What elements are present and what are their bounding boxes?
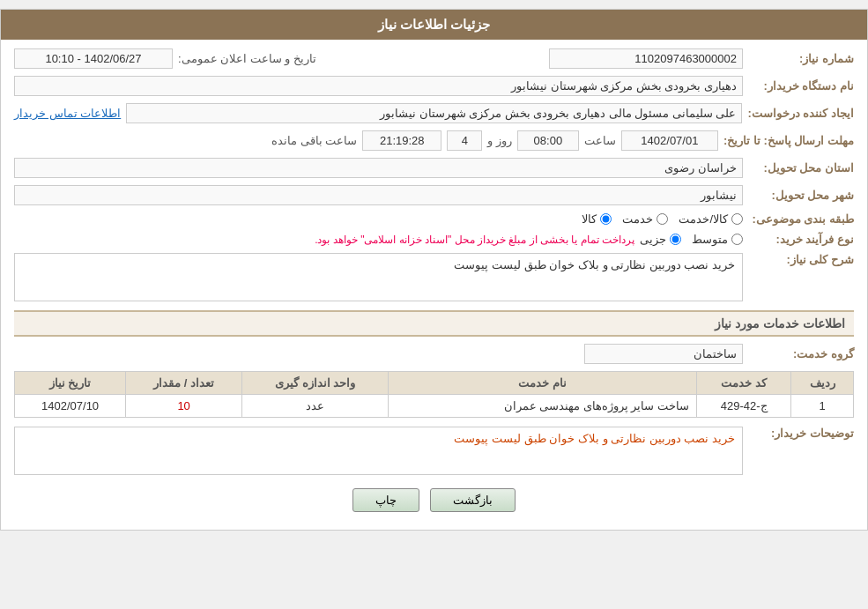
purchase-note: پرداخت تمام یا بخشی از مبلغ خریداز محل "… <box>315 234 634 246</box>
deadline-days: 4 <box>447 130 482 151</box>
cell-quantity: 10 <box>126 395 242 418</box>
announce-datetime-value: 1402/06/27 - 10:10 <box>14 48 173 69</box>
deadline-time-label: ساعت <box>584 134 616 147</box>
category-label: طبقه بندی موضوعی: <box>748 212 854 226</box>
service-group-label: گروه خدمت: <box>748 347 854 360</box>
service-info-header: اطلاعات خدمات مورد نیاز <box>14 310 854 337</box>
col-header-date: تاریخ نیاز <box>15 372 126 395</box>
page-title: جزئیات اطلاعات نیاز <box>1 10 867 40</box>
category-option-kala-khadamat[interactable]: کالا/خدمت <box>679 212 743 226</box>
deadline-label: مهلت ارسال پاسخ: تا تاریخ: <box>723 134 854 147</box>
city-label: شهر محل تحویل: <box>748 189 854 202</box>
back-button[interactable]: بازگشت <box>430 488 516 512</box>
deadline-remaining-label: ساعت باقی مانده <box>271 134 357 147</box>
category-radio-group: کالا/خدمت خدمت کالا <box>582 212 743 226</box>
city-value: نیشابور <box>14 185 743 205</box>
need-number-label: شماره نیاز: <box>748 52 854 65</box>
province-value: خراسان رضوی <box>14 158 743 178</box>
print-button[interactable]: چاپ <box>352 488 419 512</box>
col-header-unit: واحد اندازه گیری <box>242 372 389 395</box>
general-desc-value: خرید نصب دوربین نظارتی و بلاک خوان طبق ل… <box>14 253 743 301</box>
col-header-code: کد خدمت <box>696 372 790 395</box>
creator-value: علی سلیمانی مسئول مالی دهیاری بخرودی بخش… <box>126 103 742 123</box>
cell-unit: عدد <box>242 395 389 418</box>
need-number-value: 1102097463000002 <box>549 48 743 69</box>
cell-name: ساخت سایر پروژه‌های مهندسی عمران <box>389 395 697 418</box>
province-label: استان محل تحویل: <box>748 161 854 175</box>
cell-code: ج-42-429 <box>696 395 790 418</box>
deadline-days-label: روز و <box>487 134 512 147</box>
services-table: ردیف کد خدمت نام خدمت واحد اندازه گیری ت… <box>14 371 854 418</box>
announce-datetime-label: تاریخ و ساعت اعلان عمومی: <box>178 52 316 65</box>
purchase-type-radio-group: متوسط جزیی <box>640 233 743 246</box>
col-header-row: ردیف <box>791 372 854 395</box>
contact-link[interactable]: اطلاعات تماس خریدار <box>14 107 121 120</box>
purchase-type-label: نوع فرآیند خرید: <box>748 233 854 246</box>
purchase-type-jozi[interactable]: جزیی <box>640 233 681 246</box>
col-header-quantity: تعداد / مقدار <box>126 372 242 395</box>
deadline-remaining: 21:19:28 <box>362 130 441 151</box>
cell-date: 1402/07/10 <box>15 395 126 418</box>
general-desc-label: شرح کلی نیاز: <box>748 253 854 266</box>
button-row: بازگشت چاپ <box>14 488 854 512</box>
category-option-khadamat[interactable]: خدمت <box>622 212 668 226</box>
col-header-name: نام خدمت <box>389 372 697 395</box>
buyer-desc-value: خرید نصب دوربین نظارتی و بلاک خوان طبق ل… <box>14 427 743 475</box>
service-group-value: ساختمان <box>584 344 743 364</box>
cell-row: 1 <box>791 395 854 418</box>
buyer-desc-label: توضیحات خریدار: <box>748 427 854 440</box>
category-option-kala[interactable]: کالا <box>582 212 612 226</box>
deadline-date: 1402/07/01 <box>621 130 718 151</box>
creator-label: ایجاد کننده درخواست: <box>747 107 854 120</box>
buyer-org-label: نام دستگاه خریدار: <box>748 79 854 93</box>
table-row: 1 ج-42-429 ساخت سایر پروژه‌های مهندسی عم… <box>15 395 854 418</box>
purchase-type-motawaset[interactable]: متوسط <box>692 233 743 246</box>
buyer-org-value: دهیاری بخرودی بخش مرکزی شهرستان نیشابور <box>14 76 743 96</box>
deadline-time: 08:00 <box>517 130 579 151</box>
